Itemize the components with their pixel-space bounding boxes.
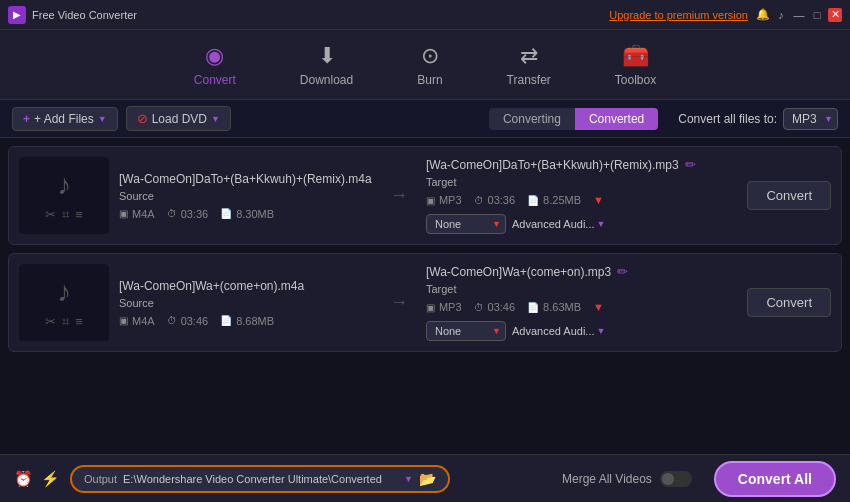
target-format-dropdown-2[interactable]: ▼ [593, 301, 604, 313]
cut-icon-2[interactable]: ✂ [45, 314, 56, 330]
add-files-button[interactable]: + + Add Files ▼ [12, 107, 118, 131]
quality-select-1[interactable]: None High Medium [426, 214, 506, 234]
target-size-icon-2: 📄 [527, 302, 539, 313]
format-select[interactable]: MP3 MP4 AVI [783, 108, 838, 130]
output-folder-icon[interactable]: 📂 [419, 471, 436, 487]
upgrade-link[interactable]: Upgrade to premium version [609, 9, 748, 21]
main-content: ♪ ✂ ⌗ ≡ [Wa-ComeOn]DaTo+(Ba+Kkwuh)+(Remi… [0, 138, 850, 454]
nav-item-download[interactable]: ⬇ Download [288, 35, 365, 95]
target-clock-icon-2: ⏱ [474, 302, 484, 313]
convert-all-button[interactable]: Convert All [714, 461, 836, 497]
trim-icon-1[interactable]: ⌗ [62, 207, 69, 223]
source-label-2: Source [119, 297, 372, 309]
advanced-button-2[interactable]: Advanced Audi... [512, 325, 605, 337]
convert-all-files-label: Convert all files to: [678, 112, 777, 126]
dvd-dropdown-icon[interactable]: ▼ [211, 114, 220, 124]
source-meta-1: ▣ M4A ⏱ 03:36 📄 8.30MB [119, 208, 372, 220]
file-item-2: ♪ ✂ ⌗ ≡ [Wa-ComeOn]Wa+(come+on).m4a Sour… [8, 253, 842, 352]
merge-toggle[interactable] [660, 471, 692, 487]
cut-icon-1[interactable]: ✂ [45, 207, 56, 223]
target-label-1: Target [426, 176, 730, 188]
converted-tab[interactable]: Converted [575, 108, 658, 130]
load-dvd-button[interactable]: ⊘ Load DVD ▼ [126, 106, 231, 131]
output-label: Output [84, 473, 117, 485]
advanced-button-1[interactable]: Advanced Audi... [512, 218, 605, 230]
target-format-dropdown-1[interactable]: ▼ [593, 194, 604, 206]
burn-nav-label: Burn [417, 73, 442, 87]
nav-item-transfer[interactable]: ⇄ Transfer [495, 35, 563, 95]
music-icon[interactable]: ♪ [774, 8, 788, 22]
download-nav-label: Download [300, 73, 353, 87]
nav-item-convert[interactable]: ◉ Convert [182, 35, 248, 95]
file-info-1: [Wa-ComeOn]DaTo+(Ba+Kkwuh)+(Remix).m4a S… [119, 157, 372, 234]
lightning-icon[interactable]: ⚡ [41, 470, 60, 488]
nav-item-burn[interactable]: ⊙ Burn [405, 35, 454, 95]
file-info-2: [Wa-ComeOn]Wa+(come+on).m4a Source ▣ M4A… [119, 264, 372, 341]
source-size-1: 📄 8.30MB [220, 208, 274, 220]
target-format-icon-2: ▣ [426, 302, 435, 313]
toolbox-nav-icon: 🧰 [622, 43, 649, 69]
download-nav-icon: ⬇ [318, 43, 336, 69]
maximize-button[interactable]: □ [810, 8, 824, 22]
format-select-wrap: MP3 MP4 AVI [783, 108, 838, 130]
quality-select-wrap-2: None High Medium [426, 321, 506, 341]
add-icon: + [23, 112, 30, 126]
source-format-2: ▣ M4A [119, 315, 155, 327]
convert-button-2[interactable]: Convert [747, 288, 831, 317]
target-size-icon-1: 📄 [527, 195, 539, 206]
target-meta-2: ▣ MP3 ⏱ 03:46 📄 8.63MB ▼ [426, 301, 730, 313]
bottom-left-icons: ⏰ ⚡ [14, 470, 60, 488]
merge-label: Merge All Videos [562, 472, 652, 486]
format-icon-1: ▣ [119, 208, 128, 219]
toolbar: + + Add Files ▼ ⊘ Load DVD ▼ Converting … [0, 100, 850, 138]
target-format-icon-1: ▣ [426, 195, 435, 206]
add-files-dropdown-icon[interactable]: ▼ [98, 114, 107, 124]
add-files-label: + Add Files [34, 112, 94, 126]
transfer-nav-label: Transfer [507, 73, 551, 87]
converting-tab[interactable]: Converting [489, 108, 575, 130]
clock-icon-1: ⏱ [167, 208, 177, 219]
arrow-section-2: → [382, 264, 416, 341]
file-item-1: ♪ ✂ ⌗ ≡ [Wa-ComeOn]DaTo+(Ba+Kkwuh)+(Remi… [8, 146, 842, 245]
title-bar: ▶ Free Video Converter Upgrade to premiu… [0, 0, 850, 30]
target-size-1: 📄 8.25MB [527, 194, 581, 206]
trim-icon-2[interactable]: ⌗ [62, 314, 69, 330]
thumb-controls-2: ✂ ⌗ ≡ [45, 314, 83, 330]
target-name-2: [Wa-ComeOn]Wa+(come+on).mp3 ✏ [426, 264, 730, 279]
clock-bottom-icon[interactable]: ⏰ [14, 470, 33, 488]
size-icon-2: 📄 [220, 315, 232, 326]
arrow-section-1: → [382, 157, 416, 234]
nav-item-toolbox[interactable]: 🧰 Toolbox [603, 35, 668, 95]
convert-nav-label: Convert [194, 73, 236, 87]
clock-icon-2: ⏱ [167, 315, 177, 326]
source-duration-2: ⏱ 03:46 [167, 315, 209, 327]
output-section: Output E:\Wondershare Video Converter Ul… [70, 465, 450, 493]
target-section-1: [Wa-ComeOn]DaTo+(Ba+Kkwuh)+(Remix).mp3 ✏… [426, 157, 730, 234]
target-format-1: ▣ MP3 [426, 194, 462, 206]
source-name-2: [Wa-ComeOn]Wa+(come+on).m4a [119, 279, 372, 293]
settings-icon-2[interactable]: ≡ [75, 314, 83, 330]
target-controls-2: None High Medium Advanced Audi... [426, 321, 730, 341]
bell-icon[interactable]: 🔔 [756, 8, 770, 22]
quality-select-2[interactable]: None High Medium [426, 321, 506, 341]
size-icon-1: 📄 [220, 208, 232, 219]
bottom-bar: ⏰ ⚡ Output E:\Wondershare Video Converte… [0, 454, 850, 502]
nav-bar: ◉ Convert ⬇ Download ⊙ Burn ⇄ Transfer 🧰… [0, 30, 850, 100]
source-size-2: 📄 8.68MB [220, 315, 274, 327]
toolbox-nav-label: Toolbox [615, 73, 656, 87]
target-format-2: ▣ MP3 [426, 301, 462, 313]
window-controls: 🔔 ♪ — □ ✕ [756, 8, 842, 22]
app-icon: ▶ [8, 6, 26, 24]
edit-icon-2[interactable]: ✏ [617, 264, 628, 279]
music-thumbnail-icon-1: ♪ [57, 169, 71, 201]
settings-icon-1[interactable]: ≡ [75, 207, 83, 223]
quality-select-wrap-1: None High Medium [426, 214, 506, 234]
edit-icon-1[interactable]: ✏ [685, 157, 696, 172]
minimize-button[interactable]: — [792, 8, 806, 22]
source-meta-2: ▣ M4A ⏱ 03:46 📄 8.68MB [119, 315, 372, 327]
output-dropdown-icon[interactable]: ▼ [404, 474, 413, 484]
convert-button-1[interactable]: Convert [747, 181, 831, 210]
target-duration-1: ⏱ 03:36 [474, 194, 516, 206]
dvd-icon: ⊘ [137, 111, 148, 126]
close-button[interactable]: ✕ [828, 8, 842, 22]
